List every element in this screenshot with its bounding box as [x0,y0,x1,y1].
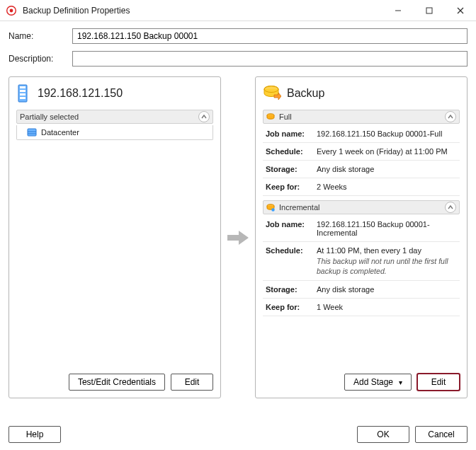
section-label: Partially selected [20,112,79,121]
svg-point-20 [271,208,274,211]
maximize-button[interactable] [414,0,445,21]
help-button[interactable]: Help [8,426,61,443]
arrow-divider [221,76,255,398]
stage-incremental-header[interactable]: Incremental [263,200,460,214]
chevron-up-icon[interactable] [445,202,456,213]
source-panel: 192.168.121.150 Partially selected [8,76,221,398]
window-title: Backup Definition Properties [23,6,130,16]
dialog-button-bar: Help OK Cancel [8,426,468,443]
prop-value: 192.168.121.150 Backup 00001-Full [314,125,460,143]
prop-value: Any disk storage [314,281,460,299]
partially-selected-section[interactable]: Partially selected [16,110,213,124]
disk-full-icon [266,112,275,121]
svg-rect-7 [20,86,26,88]
stage-full-header[interactable]: Full [263,110,460,124]
datacenter-icon [27,127,37,137]
svg-rect-11 [28,129,36,136]
close-button[interactable] [445,0,476,21]
backup-edit-button[interactable]: Edit [417,374,460,391]
prop-key: Schedule: [263,242,314,281]
prop-value: Every 1 week on (Friday) at 11:00 PM [314,143,460,161]
cancel-button[interactable]: Cancel [415,426,468,443]
prop-key: Keep for: [263,299,314,316]
schedule-value: At 11:00 PM, then every 1 day [317,246,421,255]
name-label: Name: [8,31,72,41]
tree-item-label: Datacenter [41,128,79,137]
prop-value: At 11:00 PM, then every 1 day This backu… [314,242,460,281]
stage-incremental-properties: Job name: 192.168.121.150 Backup 00001-I… [263,216,460,316]
stage-full-properties: Job name: 192.168.121.150 Backup 00001-F… [263,125,460,196]
titlebar: Backup Definition Properties [0,0,476,21]
prop-value: 1 Week [314,299,460,316]
backup-icon [263,84,281,103]
chevron-up-icon[interactable] [445,111,456,122]
prop-key: Storage: [263,161,314,178]
add-stage-button[interactable]: Add Stage [344,374,412,391]
tree-item-datacenter[interactable]: Datacenter [17,125,212,139]
prop-key: Keep for: [263,178,314,196]
svg-marker-14 [227,231,249,245]
selection-tree: Datacenter [16,125,213,140]
source-panel-title: 192.168.121.150 [38,87,123,100]
svg-rect-8 [20,90,26,92]
svg-point-1 [10,8,13,12]
stage-incremental-label: Incremental [279,203,319,212]
prop-key: Storage: [263,281,314,299]
svg-rect-10 [20,97,26,99]
description-label: Description: [8,54,72,64]
backup-panel-title: Backup [287,87,324,100]
prop-value: 192.168.121.150 Backup 00001-Incremental [314,216,460,242]
backup-panel: Backup Full [255,76,468,398]
prop-value: Any disk storage [314,161,460,178]
chevron-up-icon[interactable] [198,111,210,122]
description-input[interactable] [72,51,468,67]
prop-value: 2 Weeks [314,178,460,196]
test-edit-credentials-button[interactable]: Test/Edit Credentials [69,374,165,391]
ok-button[interactable]: OK [357,426,409,443]
name-input[interactable] [72,28,468,44]
prop-key: Schedule: [263,143,314,161]
source-edit-button[interactable]: Edit [171,374,213,391]
schedule-note: This backup will not run until the first… [317,257,457,276]
disk-incremental-icon [266,203,275,212]
svg-rect-3 [426,8,432,13]
svg-rect-9 [20,93,26,96]
prop-key: Job name: [263,216,314,242]
stage-full-label: Full [279,112,292,121]
app-icon [6,5,17,16]
server-icon [16,84,32,103]
minimize-button[interactable] [382,0,414,21]
prop-key: Job name: [263,125,314,143]
